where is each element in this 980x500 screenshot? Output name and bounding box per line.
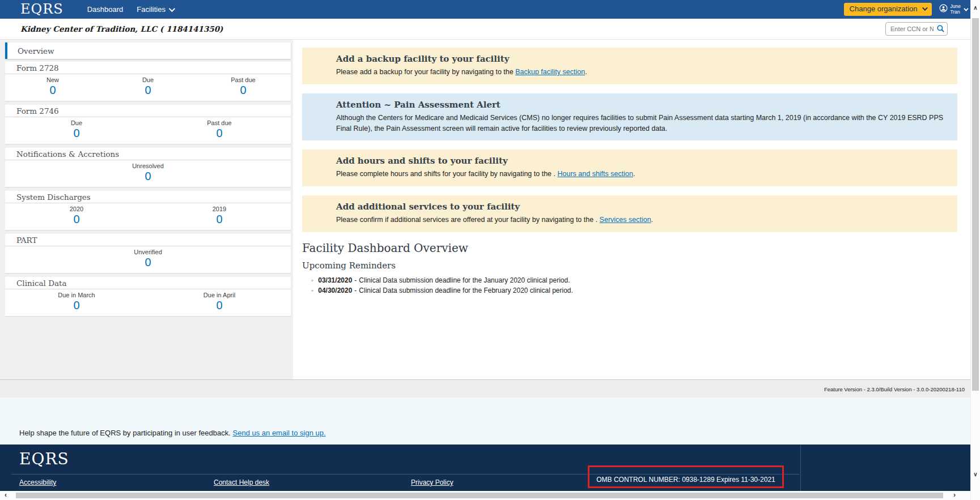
user-last-name: Tran <box>951 10 961 15</box>
stat-2019[interactable]: 20190 <box>148 206 291 226</box>
user-icon <box>939 4 948 15</box>
primary-nav: Dashboard Facilities <box>87 5 173 14</box>
alert-title: Add a backup facility to your facility <box>336 54 948 64</box>
stat-unverified[interactable]: Unverified0 <box>5 249 291 269</box>
stat-label: Past due <box>148 119 291 126</box>
accessibility-link[interactable]: Accessibility <box>19 478 56 486</box>
horizontal-scrollbar-thumb[interactable] <box>16 493 943 498</box>
stat-value[interactable]: 0 <box>5 256 291 269</box>
stat-due[interactable]: Due0 <box>5 119 148 140</box>
contact-help-desk-link[interactable]: Contact Help desk <box>214 478 269 486</box>
privacy-policy-link[interactable]: Privacy Policy <box>411 478 453 486</box>
nav-item-facilities[interactable]: Facilities <box>137 5 173 14</box>
user-menu[interactable]: June Tran <box>939 4 967 15</box>
stat-unresolved[interactable]: Unresolved0 <box>5 163 291 183</box>
stat-label: Due <box>100 76 196 83</box>
reminder-date: 04/30/2020 <box>318 287 352 294</box>
stat-2020[interactable]: 20200 <box>5 206 148 226</box>
sidebar-section-part: PART Unverified0 <box>5 234 291 273</box>
stat-value[interactable]: 0 <box>196 84 291 97</box>
eqrs-dashboard-page: EQRS Dashboard Facilities Change organiz… <box>0 0 980 500</box>
user-name: June Tran <box>951 4 961 15</box>
footer-eqrs-logo: EQRS <box>19 450 69 468</box>
section-title: Notifications & Accretions <box>5 148 291 160</box>
facility-bar: Kidney Center of Tradition, LLC ( 118414… <box>0 19 970 40</box>
sidebar-section-form-2728: Form 2728 New0 Due0 Past due0 <box>5 62 291 101</box>
hours-and-shifts-section-link[interactable]: Hours and shifts section <box>558 170 633 178</box>
stat-label: Due in April <box>148 292 291 298</box>
change-organization-button[interactable]: Change organization <box>844 3 932 16</box>
facility-name: Kidney Center of Tradition, LLC ( 118414… <box>20 24 223 33</box>
stat-label: 2019 <box>148 206 291 212</box>
alert-hours-shifts: Add hours and shifts to your facility Pl… <box>302 149 957 186</box>
reminder-item: 03/31/2020-Clinical Data submission dead… <box>311 276 957 284</box>
scroll-right-arrow-icon[interactable]: › <box>953 491 956 499</box>
section-stats: New0 Due0 Past due0 <box>5 74 291 101</box>
feedback-email-link[interactable]: Send us an email to sign up. <box>233 429 326 437</box>
stat-value[interactable]: 0 <box>148 127 291 140</box>
search-icon[interactable] <box>936 24 945 35</box>
alert-title: Attention ~ Pain Assessment Alert <box>336 100 948 110</box>
horizontal-scrollbar[interactable]: ‹ › <box>0 491 970 500</box>
reminder-date: 03/31/2020 <box>318 276 352 284</box>
alert-additional-services: Add additional services to your facility… <box>302 195 957 232</box>
stat-past-due[interactable]: Past due0 <box>148 119 291 140</box>
change-organization-label: Change organization <box>850 5 918 13</box>
section-stats: Unverified0 <box>5 246 291 273</box>
chevron-down-icon <box>922 5 928 11</box>
stat-value[interactable]: 0 <box>148 213 291 226</box>
services-section-link[interactable]: Services section <box>600 216 651 224</box>
version-text: Feature Version - 2.3.0/Build Version - … <box>824 386 965 392</box>
alert-text: Please add a backup for your facility by… <box>336 68 515 76</box>
vertical-scrollbar-thumb[interactable] <box>972 18 979 391</box>
nav-item-dashboard[interactable]: Dashboard <box>87 5 124 14</box>
sidebar-tab-overview[interactable]: Overview <box>5 42 291 59</box>
alert-body: Please complete hours and shifts for you… <box>336 169 948 180</box>
stat-value[interactable]: 0 <box>5 213 148 226</box>
stat-label: Due <box>5 119 148 126</box>
omb-control-number-highlight: OMB CONTROL NUMBER: 0938-1289 Expires 11… <box>588 465 784 488</box>
section-stats: Unresolved0 <box>5 160 291 187</box>
sidebar-section-form-2746: Form 2746 Due0 Past due0 <box>5 105 291 144</box>
alert-body: Please add a backup for your facility by… <box>336 67 948 78</box>
scroll-up-arrow-icon[interactable]: ∧ <box>971 5 980 11</box>
stat-label: Unverified <box>5 249 291 255</box>
sidebar-section-clinical-data: Clinical Data Due in March0 Due in April… <box>5 277 291 316</box>
stat-label: 2020 <box>5 206 148 212</box>
stat-label: New <box>5 76 100 83</box>
section-title: Clinical Data <box>5 277 291 289</box>
alert-text: Please confirm if additional services ar… <box>336 216 600 224</box>
section-stats: Due0 Past due0 <box>5 117 291 144</box>
stat-value[interactable]: 0 <box>5 127 148 140</box>
navbar-right: Change organization June Tran <box>844 3 967 16</box>
scroll-left-arrow-icon[interactable]: ‹ <box>5 491 7 499</box>
page-title: Facility Dashboard Overview <box>302 241 957 255</box>
stat-value[interactable]: 0 <box>5 84 100 97</box>
feedback-bar: Help shape the future of EQRS by partici… <box>0 398 970 445</box>
stat-label: Past due <box>196 76 291 83</box>
stat-value[interactable]: 0 <box>148 299 291 312</box>
reminders-list: 03/31/2020-Clinical Data submission dead… <box>302 276 957 294</box>
feedback-text: Help shape the future of EQRS by partici… <box>19 429 233 437</box>
stat-due-in-april[interactable]: Due in April0 <box>148 292 291 312</box>
backup-facility-section-link[interactable]: Backup facility section <box>515 68 585 76</box>
stat-due[interactable]: Due0 <box>100 76 196 97</box>
eqrs-logo[interactable]: EQRS <box>20 0 63 19</box>
footer: EQRS Accessibility Contact Help desk Pri… <box>0 445 970 491</box>
stat-due-in-march[interactable]: Due in March0 <box>5 292 148 312</box>
alert-text: . <box>585 68 587 76</box>
nav-item-facilities-label: Facilities <box>137 5 166 14</box>
section-title: PART <box>5 234 291 246</box>
section-title: Form 2746 <box>5 105 291 117</box>
scroll-down-arrow-icon[interactable]: ∨ <box>971 471 980 477</box>
alert-backup-facility: Add a backup facility to your facility P… <box>302 48 957 84</box>
stat-past-due[interactable]: Past due0 <box>196 76 291 97</box>
vertical-scrollbar[interactable]: ∧ ∨ <box>970 0 980 500</box>
stat-value[interactable]: 0 <box>5 170 291 183</box>
stat-new[interactable]: New0 <box>5 76 100 97</box>
stat-label: Due in March <box>5 292 148 298</box>
stat-value[interactable]: 0 <box>100 84 196 97</box>
alert-text: . <box>633 170 635 178</box>
stat-value[interactable]: 0 <box>5 299 148 312</box>
version-strip: Feature Version - 2.3.0/Build Version - … <box>0 379 970 398</box>
